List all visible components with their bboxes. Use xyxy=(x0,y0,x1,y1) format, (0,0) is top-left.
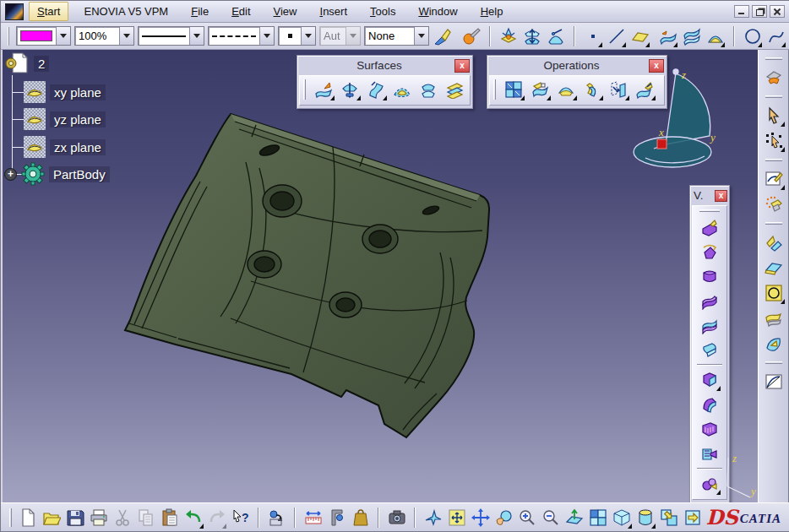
tree-item-label[interactable]: zx plane xyxy=(50,139,106,155)
selection-sets-button[interactable] xyxy=(762,129,786,153)
point-type-dropdown[interactable] xyxy=(301,27,315,45)
fill-surface-button[interactable] xyxy=(390,78,414,101)
fly-mode-button[interactable] xyxy=(422,506,443,529)
opacity-combo[interactable]: 100% xyxy=(74,26,134,46)
toolbar-grip[interactable] xyxy=(765,95,782,98)
surfaces-pair-button[interactable] xyxy=(762,307,786,330)
wireframe-point-button[interactable] xyxy=(583,24,603,48)
loft-tool-button[interactable] xyxy=(682,24,702,48)
layer-dropdown[interactable] xyxy=(414,27,428,45)
tree-root-label[interactable]: 2 xyxy=(34,56,49,72)
join-button[interactable] xyxy=(502,78,525,101)
volume-multi-section-button[interactable] xyxy=(698,264,721,288)
whats-this-button[interactable]: ? xyxy=(230,506,251,529)
tree-item-xy-plane[interactable]: xy plane xyxy=(24,81,106,103)
minimize-button[interactable] xyxy=(734,5,749,18)
line-type-combo[interactable] xyxy=(208,26,275,46)
sketch-button[interactable] xyxy=(762,167,786,191)
toolbar-grip[interactable] xyxy=(765,159,782,161)
layer-combo[interactable]: None xyxy=(364,26,429,46)
iso-view-button[interactable] xyxy=(612,506,633,529)
zoom-out-button[interactable] xyxy=(541,506,562,529)
tree-item-zx-plane[interactable]: zx plane xyxy=(24,136,106,158)
profile-button[interactable] xyxy=(762,281,786,305)
menu-enovia[interactable]: ENOVIA V5 VPM xyxy=(76,3,176,20)
paste-button[interactable] xyxy=(160,506,181,529)
spline-tool-button[interactable] xyxy=(766,24,786,48)
3d-viewport[interactable]: 2 xy plane yz plane zx plane xyxy=(3,50,759,504)
toolbar-grip[interactable] xyxy=(303,79,306,100)
toolbar-grip[interactable] xyxy=(699,209,720,212)
multi-view-button[interactable] xyxy=(588,506,609,529)
color-combo[interactable] xyxy=(16,26,71,46)
tree-item-label[interactable]: PartBody xyxy=(49,166,110,182)
menu-window[interactable]: Window xyxy=(411,3,465,20)
pan-button[interactable] xyxy=(470,506,491,529)
menu-insert[interactable]: Insert xyxy=(313,3,356,20)
undo-button[interactable] xyxy=(183,506,204,529)
restore-button[interactable] xyxy=(752,5,767,18)
new-button[interactable] xyxy=(18,506,39,529)
hide-show-button[interactable] xyxy=(659,506,680,529)
surfaces-toolbar[interactable]: Surfaces x xyxy=(297,55,473,109)
tree-item-label[interactable]: yz plane xyxy=(50,111,106,128)
wireframe-plane-button[interactable] xyxy=(630,24,650,48)
sweep-tool-button[interactable] xyxy=(658,24,678,48)
color-combo-dropdown[interactable] xyxy=(56,27,70,45)
measure-inertia-button[interactable] xyxy=(350,506,371,529)
print-button[interactable] xyxy=(89,506,110,529)
toolbar-grip[interactable] xyxy=(765,361,782,364)
line-weight-combo[interactable] xyxy=(138,26,204,46)
workbench-button[interactable] xyxy=(762,66,786,90)
tree-item-yz-plane[interactable]: yz plane xyxy=(24,108,106,130)
3d-compass[interactable]: z y x xyxy=(628,65,732,171)
volume-shell-button[interactable] xyxy=(698,393,721,416)
normal-view-button[interactable] xyxy=(564,506,585,529)
tree-root[interactable]: 2 xyxy=(4,52,49,75)
rotate-button[interactable] xyxy=(493,506,514,529)
close-button[interactable] xyxy=(770,5,785,18)
circle-tool-button[interactable] xyxy=(743,24,763,48)
line-type-dropdown[interactable] xyxy=(259,27,274,45)
apply-material-button[interactable] xyxy=(461,24,482,48)
insert-wireframe-button[interactable] xyxy=(762,231,786,254)
multi-section-surface-button[interactable] xyxy=(416,78,440,101)
volumes-close-button[interactable]: x xyxy=(715,190,727,202)
volume-sew-button[interactable] xyxy=(698,417,721,441)
volume-extrude-button[interactable] xyxy=(698,215,721,239)
toolbar-grip[interactable] xyxy=(765,57,782,60)
link-browser-button[interactable] xyxy=(266,506,287,529)
surfaces-close-button[interactable]: x xyxy=(454,59,470,73)
measure-item-button[interactable] xyxy=(326,506,347,529)
menu-edit[interactable]: Edit xyxy=(224,3,258,20)
develop-button[interactable] xyxy=(762,332,786,356)
menu-help[interactable]: Help xyxy=(473,3,511,20)
thick-surface-button[interactable] xyxy=(698,313,721,337)
boundary-button[interactable] xyxy=(546,24,566,48)
close-surface-button[interactable] xyxy=(698,338,721,361)
surfaces-toolbar-titlebar[interactable]: Surfaces x xyxy=(297,56,472,75)
toolbar-grip[interactable] xyxy=(9,508,12,527)
menu-view[interactable]: View xyxy=(266,3,305,20)
menu-tools[interactable]: Tools xyxy=(362,3,403,20)
menu-file[interactable]: File xyxy=(183,3,216,20)
toolbar-grip[interactable] xyxy=(493,79,496,100)
revolve-surface-button[interactable] xyxy=(338,78,362,101)
expand-icon[interactable]: + xyxy=(4,168,17,181)
split-button[interactable] xyxy=(528,78,552,101)
measure-between-button[interactable] xyxy=(302,506,324,529)
tree-item-label[interactable]: xy plane xyxy=(50,84,106,100)
sweep-surface-button[interactable] xyxy=(364,78,388,101)
opacity-combo-dropdown[interactable] xyxy=(119,27,133,45)
volumes-toolbar-titlebar[interactable]: V. x xyxy=(690,186,729,205)
swap-visible-space-button[interactable] xyxy=(683,506,704,529)
blend-surface-button[interactable] xyxy=(443,78,466,101)
save-button[interactable] xyxy=(65,506,86,529)
wireframe-line-button[interactable] xyxy=(607,24,627,48)
geometrical-set-button[interactable] xyxy=(762,193,786,216)
volume-boolean-button[interactable] xyxy=(698,368,721,392)
symmetry-button[interactable] xyxy=(607,78,630,101)
curve-analysis-button[interactable] xyxy=(762,370,786,394)
volume-sweep-button[interactable] xyxy=(698,289,721,312)
extrude-surface-button[interactable] xyxy=(312,78,335,101)
